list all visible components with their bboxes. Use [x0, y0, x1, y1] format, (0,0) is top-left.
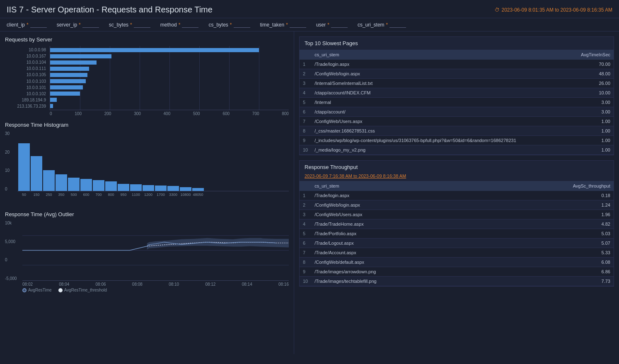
bar-row [50, 91, 289, 96]
filter-server-ip[interactable]: server_ip * [57, 22, 99, 28]
bar-row [50, 60, 289, 65]
bar-row [50, 79, 289, 84]
row-value: 3.00 [568, 107, 614, 117]
row-uri: /ConfigWeb/Users.aspx [311, 117, 568, 126]
hist-bar [18, 143, 30, 191]
hist-x-label: 1200 [143, 193, 154, 197]
y-label: 213.136.73.239 [5, 104, 48, 108]
histogram-chart: Response Time Histogram 30 20 10 0 [5, 122, 289, 205]
row-num: 3 [300, 210, 311, 219]
table-row: 1 /Trade/login.aspx 0.18 [300, 191, 614, 200]
hist-bar [31, 156, 42, 191]
col-num [300, 50, 311, 60]
outlier-y-label: 5,000 [5, 239, 21, 244]
row-value: 70.00 [568, 60, 614, 69]
x-label: 600 [222, 111, 230, 116]
row-value: 5.03 [560, 229, 614, 239]
requests-by-server-chart: Requests by Server 10.0.0.98 10.0.0.167 … [5, 36, 289, 115]
hist-x-label: 950 [118, 193, 129, 197]
row-uri: /_includes/wp/blog/wp-content/plugins/us… [311, 136, 568, 145]
y-label: 10.0.0.103 [5, 79, 48, 84]
row-uri: /ctapp/account/ [311, 107, 568, 117]
bar-row [50, 48, 289, 53]
hist-x-label: 800 [105, 193, 117, 197]
legend-label: AvgResTime_threshold [64, 288, 107, 292]
row-uri: /Trade/login.aspx [311, 60, 568, 69]
filter-asterisk: * [79, 22, 81, 28]
filter-asterisk: * [386, 22, 388, 28]
filter-client-ip[interactable]: client_ip * [7, 22, 47, 28]
row-num: 10 [300, 145, 311, 155]
col-num [300, 181, 311, 191]
row-value: 0.18 [560, 191, 614, 200]
hist-x-label: 1700 [155, 193, 167, 197]
row-uri: /_css/master.1686278531.css [311, 126, 568, 136]
row-value: 7.73 [560, 277, 614, 286]
throughput-title: Response Throughput [300, 161, 614, 174]
filter-asterisk: * [327, 22, 329, 28]
row-value: 48.00 [568, 69, 614, 79]
table-row: 3 /ConfigWeb/Users.aspx 1.96 [300, 210, 614, 219]
outlier-title: Response Time (Avg) Outlier [5, 211, 289, 217]
horiz-bar [50, 67, 89, 71]
table-row: 10 /_media/logo_my_v2.png 1.00 [300, 145, 614, 155]
filter-user[interactable]: user * [316, 22, 348, 28]
filter-label: method [160, 22, 177, 28]
filter-time-taken[interactable]: time_taken * [260, 22, 306, 28]
x-label: 200 [104, 111, 111, 116]
table-row: 2 /ConfigWeb/login.aspx 48.00 [300, 69, 614, 79]
x-label: 100 [75, 111, 82, 116]
response-throughput-section: Response Throughput 2023-06-09 7:16:38 A… [299, 160, 614, 287]
row-num: 8 [300, 258, 311, 267]
row-value: 1.24 [560, 200, 614, 210]
legend-label: AvgResTime [28, 288, 52, 292]
chart-legend: AvgResTime AvgResTime_threshold [5, 288, 289, 292]
row-uri: /ConfigWeb/Users.aspx [311, 210, 560, 219]
row-num: 8 [300, 126, 311, 136]
y-label: 189.18.194.9 [5, 98, 48, 102]
requests-chart-title: Requests by Server [5, 36, 289, 43]
row-uri: /_media/logo_my_v2.png [311, 145, 568, 155]
hist-bar [80, 179, 92, 191]
filter-label: client_ip [7, 22, 25, 28]
header: IIS 7 - Server Operation - Requests and … [0, 0, 619, 18]
page-title: IIS 7 - Server Operation - Requests and … [7, 5, 213, 14]
row-uri: /ctapp/account/INDEX.CFM [311, 88, 568, 98]
table-row: 4 /ctapp/account/INDEX.CFM 10.00 [300, 88, 614, 98]
hist-bar [180, 187, 191, 191]
row-uri: /ConfigWeb/login.aspx [311, 69, 568, 79]
hist-x-label: 10800 [180, 193, 191, 197]
main-content: Requests by Server 10.0.0.98 10.0.0.167 … [0, 31, 619, 354]
bar-row [50, 97, 289, 102]
hist-bar [155, 186, 167, 191]
filter-cs-uri-stem[interactable]: cs_uri_stem * [358, 22, 406, 28]
table-row: 9 /Trade/images/arrowdown.png 6.86 [300, 267, 614, 277]
top10-slowest-section: Top 10 Slowest Pages cs_uri_stem AvgTime… [299, 36, 614, 155]
row-num: 3 [300, 79, 311, 88]
col-uri: cs_uri_stem [311, 181, 560, 191]
y-label: 10.0.0.111 [5, 66, 48, 71]
row-uri: /Internal [311, 98, 568, 107]
hist-bar [56, 174, 67, 191]
top10-table: cs_uri_stem AvgTimeInSec 1 /Trade/login.… [300, 50, 614, 155]
legend-threshold: AvgResTime_threshold [58, 288, 107, 292]
row-uri: /Internal/SomeInternalList.txt [311, 79, 568, 88]
table-row: 7 /Trade/Account.aspx 5.33 [300, 248, 614, 258]
hist-bar [43, 170, 55, 191]
row-value: 6.08 [560, 258, 614, 267]
time-range: ⏱ 2023-06-09 8:01:35 AM to 2023-06-09 8:… [495, 7, 612, 13]
row-uri: /Trade/Portfolio.aspx [311, 229, 560, 239]
row-uri: /Trade/TradeHome.aspx [311, 219, 560, 229]
filter-method[interactable]: method * [160, 22, 199, 28]
row-value: 5.07 [560, 239, 614, 248]
hist-bar [68, 178, 80, 191]
filter-sc-bytes[interactable]: sc_bytes * [109, 22, 150, 28]
table-row: 8 /ConfigWeb/default.aspx 6.08 [300, 258, 614, 267]
hist-x-label: 350 [56, 193, 67, 197]
x-label: 400 [164, 111, 171, 116]
filter-cs-bytes[interactable]: cs_bytes * [208, 22, 250, 28]
row-uri: /Trade/Logout.aspx [311, 239, 560, 248]
bar-row [50, 72, 289, 77]
horiz-bar [50, 85, 83, 89]
row-value: 6.86 [560, 267, 614, 277]
